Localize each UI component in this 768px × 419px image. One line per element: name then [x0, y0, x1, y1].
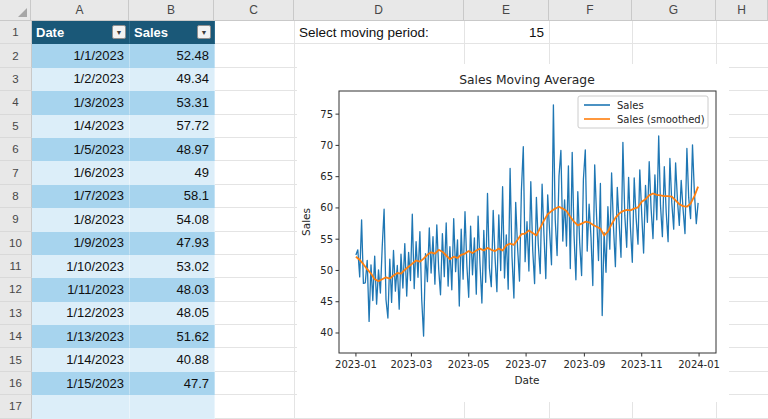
cell-C3[interactable]: [215, 68, 295, 91]
table-cell-date[interactable]: 1/3/2023: [32, 91, 130, 114]
cell-C10[interactable]: [215, 232, 295, 255]
row-number-10[interactable]: 10: [0, 232, 32, 255]
table-cell-date[interactable]: 1/13/2023: [32, 325, 130, 348]
table-cell-date[interactable]: 1/6/2023: [32, 161, 130, 184]
table-cell-date[interactable]: 1/9/2023: [32, 232, 130, 255]
table-cell-sales[interactable]: [130, 395, 215, 418]
table-cell-date[interactable]: 1/10/2023: [32, 255, 130, 278]
x-tick-label: 2023-01: [335, 359, 377, 370]
cell-H1[interactable]: [717, 21, 768, 44]
spreadsheet-app: ABCDEFGH 1Date▼Sales▼Select moving perio…: [0, 0, 768, 419]
column-header-C[interactable]: C: [214, 0, 294, 20]
table-cell-sales[interactable]: 47.7: [130, 372, 215, 395]
y-tick-label: 40: [320, 327, 333, 338]
select-all-corner[interactable]: [0, 0, 31, 20]
cell-C7[interactable]: [215, 161, 295, 184]
table-cell-date[interactable]: 1/7/2023: [32, 185, 130, 208]
table-header-date[interactable]: Date▼: [32, 21, 130, 44]
sheet-row-1: 1Date▼Sales▼Select moving period:15: [0, 21, 768, 44]
table-cell-date[interactable]: 1/11/2023: [32, 278, 130, 301]
table-cell-sales[interactable]: 58.1: [130, 185, 215, 208]
x-tick-label: 2023-09: [563, 359, 605, 370]
cell-C13[interactable]: [215, 302, 295, 325]
x-tick-label: 2024-01: [678, 359, 720, 370]
table-cell-date[interactable]: 1/8/2023: [32, 208, 130, 231]
date-filter-button[interactable]: ▼: [112, 25, 126, 39]
cell-C14[interactable]: [215, 325, 295, 348]
row-number-13[interactable]: 13: [0, 302, 32, 325]
cell-C5[interactable]: [215, 115, 295, 138]
table-cell-sales[interactable]: 57.72: [130, 115, 215, 138]
row-number-15[interactable]: 15: [0, 348, 32, 371]
table-cell-sales[interactable]: 47.93: [130, 232, 215, 255]
cell-C15[interactable]: [215, 348, 295, 371]
column-header-H[interactable]: H: [716, 0, 768, 20]
cell-C16[interactable]: [215, 372, 295, 395]
row-number-2[interactable]: 2: [0, 44, 32, 67]
table-cell-sales[interactable]: 48.03: [130, 278, 215, 301]
table-cell-sales[interactable]: 40.88: [130, 348, 215, 371]
y-tick-label: 70: [320, 140, 333, 151]
column-header-D[interactable]: D: [294, 0, 464, 20]
row-number-7[interactable]: 7: [0, 161, 32, 184]
table-cell-date[interactable]: 1/2/2023: [32, 68, 130, 91]
table-cell-date[interactable]: 1/5/2023: [32, 138, 130, 161]
y-tick-label: 50: [320, 265, 333, 276]
y-axis-ticks: 4045505560657075: [320, 109, 339, 339]
row-number-14[interactable]: 14: [0, 325, 32, 348]
cell-C1[interactable]: [215, 21, 295, 44]
x-tick-label: 2023-03: [390, 359, 432, 370]
cell-F1[interactable]: [550, 21, 633, 44]
moving-period-value-cell[interactable]: 15: [465, 21, 550, 44]
cell-C4[interactable]: [215, 91, 295, 114]
table-cell-sales[interactable]: 49.34: [130, 68, 215, 91]
column-header-A[interactable]: A: [31, 0, 129, 20]
cell-C9[interactable]: [215, 208, 295, 231]
table-cell-sales[interactable]: 53.31: [130, 91, 215, 114]
chart-title: Sales Moving Average: [459, 73, 594, 87]
cell-C17[interactable]: [215, 395, 295, 418]
table-cell-date[interactable]: 1/12/2023: [32, 302, 130, 325]
row-number-12[interactable]: 12: [0, 278, 32, 301]
legend-smoothed-label: Sales (smoothed): [617, 114, 705, 125]
row-number-6[interactable]: 6: [0, 138, 32, 161]
table-cell-sales[interactable]: 49: [130, 161, 215, 184]
column-header-G[interactable]: G: [632, 0, 716, 20]
cell-C8[interactable]: [215, 185, 295, 208]
table-cell-sales[interactable]: 51.62: [130, 325, 215, 348]
row-number-8[interactable]: 8: [0, 185, 32, 208]
row-number-9[interactable]: 9: [0, 208, 32, 231]
table-cell-date[interactable]: 1/4/2023: [32, 115, 130, 138]
table-header-sales[interactable]: Sales▼: [130, 21, 215, 44]
table-cell-date[interactable]: 1/14/2023: [32, 348, 130, 371]
row-number-1[interactable]: 1: [0, 21, 32, 44]
cell-C6[interactable]: [215, 138, 295, 161]
y-tick-label: 75: [320, 109, 333, 120]
table-cell-sales[interactable]: 52.48: [130, 44, 215, 67]
column-header-F[interactable]: F: [549, 0, 632, 20]
table-cell-sales[interactable]: 48.05: [130, 302, 215, 325]
cell-G1[interactable]: [633, 21, 717, 44]
cell-C2[interactable]: [215, 44, 295, 67]
row-number-11[interactable]: 11: [0, 255, 32, 278]
moving-period-label-cell[interactable]: Select moving period:: [295, 21, 465, 44]
table-cell-sales[interactable]: 53.02: [130, 255, 215, 278]
table-cell-sales[interactable]: 48.97: [130, 138, 215, 161]
cell-C12[interactable]: [215, 278, 295, 301]
row-number-5[interactable]: 5: [0, 115, 32, 138]
row-number-3[interactable]: 3: [0, 68, 32, 91]
row-number-16[interactable]: 16: [0, 372, 32, 395]
column-header-E[interactable]: E: [464, 0, 549, 20]
table-cell-date[interactable]: [32, 395, 130, 418]
x-tick-label: 2023-07: [505, 359, 547, 370]
cell-C11[interactable]: [215, 255, 295, 278]
chart-figure[interactable]: Sales Moving Average Sales Date 40455055…: [297, 64, 729, 402]
table-cell-sales[interactable]: 54.08: [130, 208, 215, 231]
x-tick-label: 2023-05: [448, 359, 490, 370]
table-cell-date[interactable]: 1/15/2023: [32, 372, 130, 395]
column-header-B[interactable]: B: [129, 0, 214, 20]
table-cell-date[interactable]: 1/1/2023: [32, 44, 130, 67]
row-number-4[interactable]: 4: [0, 91, 32, 114]
sales-filter-button[interactable]: ▼: [197, 25, 211, 39]
row-number-17[interactable]: 17: [0, 395, 32, 418]
